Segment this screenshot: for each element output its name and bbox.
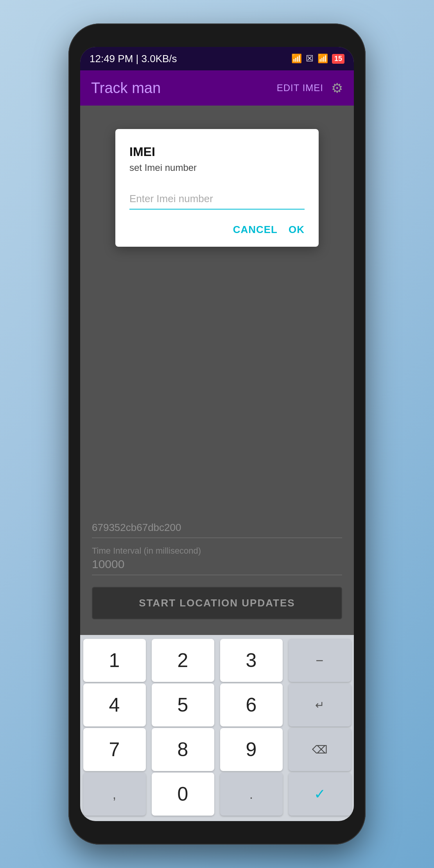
phone-screen: 12:49 PM | 3.0KB/s 📶 ☒ 📶 15 Track man ED… — [80, 47, 354, 821]
battery-icon: 15 — [332, 54, 344, 64]
key-6[interactable]: 6 — [220, 683, 283, 726]
key-9[interactable]: 9 — [220, 728, 283, 771]
app-title: Track man — [91, 80, 161, 97]
app-bar-actions: EDIT IMEI ⚙ — [277, 80, 343, 96]
keyboard-row-4: , 0 . ✓ — [80, 773, 354, 816]
key-3[interactable]: 3 — [220, 639, 283, 682]
key-1[interactable]: 1 — [83, 639, 146, 682]
app-bar: Track man EDIT IMEI ⚙ — [80, 70, 354, 106]
key-7[interactable]: 7 — [83, 728, 146, 771]
keyboard-row-2: 4 5 6 ↵ — [80, 683, 354, 726]
cancel-button[interactable]: CANCEL — [233, 224, 278, 236]
phone-frame: 12:49 PM | 3.0KB/s 📶 ☒ 📶 15 Track man ED… — [68, 23, 366, 845]
dialog-title: IMEI — [129, 145, 305, 159]
key-delete[interactable]: ⌫ — [289, 728, 351, 771]
key-8[interactable]: 8 — [152, 728, 214, 771]
keyboard-row-1: 1 2 3 − — [80, 639, 354, 682]
imei-dialog: IMEI set Imei number CANCEL OK — [115, 129, 319, 247]
key-minus[interactable]: − — [289, 639, 351, 682]
status-time: 12:49 PM | 3.0KB/s — [90, 53, 177, 65]
key-4[interactable]: 4 — [83, 683, 146, 726]
key-5[interactable]: 5 — [152, 683, 214, 726]
imei-input[interactable] — [129, 189, 305, 210]
key-enter[interactable]: ↵ — [289, 683, 351, 726]
key-0[interactable]: 0 — [152, 773, 214, 816]
edit-imei-button[interactable]: EDIT IMEI — [277, 82, 323, 93]
key-comma[interactable]: , — [83, 773, 146, 816]
bluetooth-icon: 📶 — [291, 54, 302, 64]
wifi-icon: 📶 — [317, 54, 328, 64]
key-period[interactable]: . — [220, 773, 283, 816]
content-area: 679352cb67dbc200 Time Interval (in milli… — [80, 106, 354, 635]
ok-button[interactable]: OK — [289, 224, 305, 236]
settings-icon[interactable]: ⚙ — [331, 80, 343, 96]
sim-icon: ☒ — [306, 54, 314, 64]
key-2[interactable]: 2 — [152, 639, 214, 682]
keyboard-row-3: 7 8 9 ⌫ — [80, 728, 354, 771]
key-done[interactable]: ✓ — [289, 773, 351, 816]
status-icons: 📶 ☒ 📶 15 — [291, 54, 344, 64]
status-bar: 12:49 PM | 3.0KB/s 📶 ☒ 📶 15 — [80, 47, 354, 70]
dialog-subtitle: set Imei number — [129, 162, 305, 173]
dialog-actions: CANCEL OK — [129, 224, 305, 236]
numeric-keyboard: 1 2 3 − 4 5 6 ↵ 7 8 9 ⌫ , 0 . ✓ — [80, 635, 354, 821]
dialog-overlay: IMEI set Imei number CANCEL OK — [80, 106, 354, 635]
